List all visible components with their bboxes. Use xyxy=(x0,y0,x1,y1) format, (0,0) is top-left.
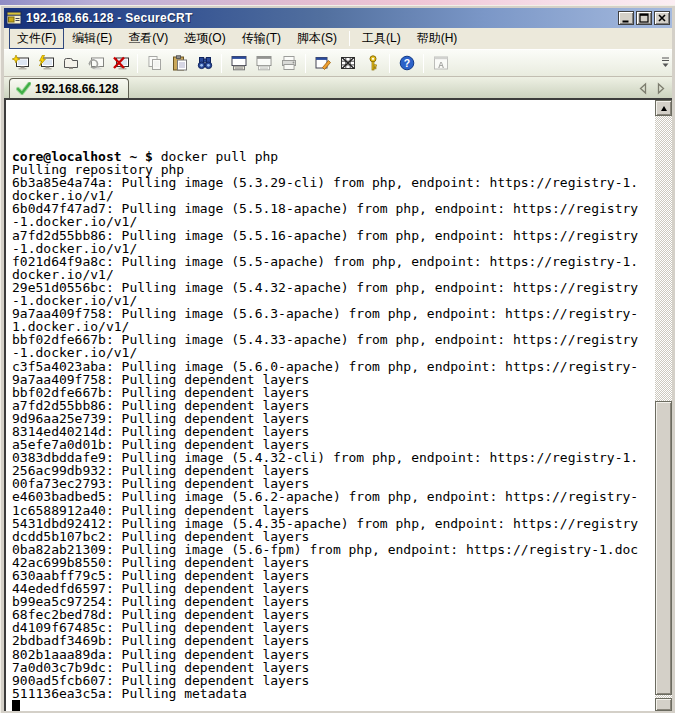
terminal-cursor-line xyxy=(12,700,652,711)
minimize-button[interactable] xyxy=(618,11,634,25)
copy-icon xyxy=(146,55,164,71)
menu-bar: 文件(F) 编辑(E) 查看(V) 选项(O) 传输(T) 脚本(S) 工具(L… xyxy=(4,28,672,49)
menu-edit[interactable]: 编辑(E) xyxy=(64,28,120,49)
reconnect-button xyxy=(83,51,108,75)
session-options-button[interactable] xyxy=(226,51,251,75)
session-options-icon xyxy=(230,55,248,71)
toolbar-separator xyxy=(305,54,306,73)
toolbar-separator xyxy=(389,54,390,73)
ssh-key-icon xyxy=(364,55,382,71)
window-frame: 192.168.66.128 - SecureCRT 文件(F) 编辑(E) 查… xyxy=(0,5,675,713)
clone-session-button xyxy=(251,51,276,75)
terminal-line: 1c6588912a40: Pulling dependent layers xyxy=(12,504,652,517)
toolbar-overflow-icon xyxy=(661,54,670,70)
help-button[interactable]: ? xyxy=(394,51,419,75)
connect-icon xyxy=(37,55,55,71)
terminal-line: 2bdbadf3469b: Pulling dependent layers xyxy=(12,634,652,647)
terminal-line: f021d64f9a8c: Pulling image (5.5-apache)… xyxy=(12,255,652,268)
tab-scroll-left-button[interactable] xyxy=(637,81,649,96)
character-encoding-button: A xyxy=(428,51,453,75)
terminal-line: bbf02dfe667b: Pulling dependent layers xyxy=(12,386,652,399)
svg-text:?: ? xyxy=(403,57,409,69)
terminal-line: a7fd2d55bb86: Pulling dependent layers xyxy=(12,399,652,412)
print-icon xyxy=(280,55,298,71)
menu-separator xyxy=(349,31,350,46)
connect-in-tab-button[interactable] xyxy=(58,51,83,75)
terminal-line: a7fd2d55bb86: Pulling image (5.5.16-apac… xyxy=(12,229,652,242)
securecrt-app-icon xyxy=(6,11,22,26)
ssh-key-button[interactable] xyxy=(360,51,385,75)
session-tab-bar: 192.168.66.128 xyxy=(4,77,672,98)
toolbar-separator xyxy=(221,54,222,73)
print-button xyxy=(276,51,301,75)
keymap-editor-button[interactable] xyxy=(335,51,360,75)
terminal-line: 802b1aaa89da: Pulling dependent layers xyxy=(12,648,652,661)
close-button[interactable] xyxy=(654,11,670,25)
chevron-left-icon xyxy=(638,82,648,95)
terminal-line: 7a0d03c7b9dc: Pulling dependent layers xyxy=(12,661,652,674)
window-title: 192.168.66.128 - SecureCRT xyxy=(26,11,616,25)
tab-scroll-nav xyxy=(637,81,667,96)
maximize-icon xyxy=(638,12,650,24)
toolbar: ? A xyxy=(4,49,672,77)
keymap-editor-icon xyxy=(339,55,357,71)
paste-button[interactable] xyxy=(167,51,192,75)
find-button[interactable] xyxy=(192,51,217,75)
menu-view[interactable]: 查看(V) xyxy=(120,28,176,49)
session-tab-active[interactable]: 192.168.66.128 xyxy=(9,78,129,98)
terminal-line: -1.docker.io/v1/ xyxy=(12,242,652,255)
terminal-line: -1.docker.io/v1/ xyxy=(12,215,652,228)
close-icon xyxy=(656,12,668,24)
terminal-area[interactable]: core@localhost ~ $ docker pull php Pulli… xyxy=(4,98,672,711)
terminal-line: docker.io/v1/ xyxy=(12,268,652,281)
character-encoding-icon: A xyxy=(432,55,450,71)
find-icon xyxy=(196,55,214,71)
paste-icon xyxy=(171,55,189,71)
minimize-icon xyxy=(620,12,632,24)
menu-script[interactable]: 脚本(S) xyxy=(289,28,345,49)
terminal-output[interactable]: core@localhost ~ $ docker pull php Pulli… xyxy=(6,100,652,711)
disconnect-button[interactable] xyxy=(108,51,133,75)
vertical-scrollbar[interactable] xyxy=(655,100,672,711)
title-bar[interactable]: 192.168.66.128 - SecureCRT xyxy=(4,8,672,28)
disconnect-icon xyxy=(112,55,130,71)
menu-file[interactable]: 文件(F) xyxy=(9,28,64,49)
connect-button[interactable] xyxy=(33,51,58,75)
arrow-up-icon xyxy=(661,106,667,111)
terminal-line: 5431dbd92412: Pulling image (5.4.35-apac… xyxy=(12,517,652,530)
terminal-line: 511136ea3c5a: Pulling metadata xyxy=(12,687,652,700)
scrollbar-thumb[interactable] xyxy=(655,401,672,695)
terminal-lines: Pulling repository php6b3a85e4a74a: Pull… xyxy=(12,163,652,700)
tab-scroll-right-button[interactable] xyxy=(655,81,667,96)
menu-options[interactable]: 选项(O) xyxy=(176,28,233,49)
menu-help[interactable]: 帮助(H) xyxy=(409,28,466,49)
svg-text:A: A xyxy=(437,60,443,70)
connect-in-tab-icon xyxy=(62,55,80,71)
session-tab-label: 192.168.66.128 xyxy=(35,82,118,96)
reconnect-icon xyxy=(87,55,105,71)
help-icon: ? xyxy=(398,55,416,71)
terminal-line: e4603badbed5: Pulling image (5.6.2-apach… xyxy=(12,490,652,503)
quick-connect-icon xyxy=(12,55,30,71)
terminal-line: 9a7aa409f758: Pulling dependent layers xyxy=(12,373,652,386)
toolbar-separator xyxy=(137,54,138,73)
menu-transfer[interactable]: 传输(T) xyxy=(234,28,289,49)
terminal-line: 0ba82ab21309: Pulling image (5.6-fpm) fr… xyxy=(12,543,652,556)
properties-button[interactable] xyxy=(310,51,335,75)
scroll-up-button[interactable] xyxy=(655,100,672,116)
toolbar-separator xyxy=(423,54,424,73)
copy-button xyxy=(142,51,167,75)
toolbar-overflow-button[interactable] xyxy=(661,54,670,74)
quick-connect-button[interactable] xyxy=(8,51,33,75)
properties-icon xyxy=(314,55,332,71)
connected-check-icon xyxy=(16,82,31,95)
securecrt-window: 192.168.66.128 - SecureCRT 文件(F) 编辑(E) 查… xyxy=(0,0,675,713)
terminal-line: c3f5a4023aba: Pulling image (5.6.0-apach… xyxy=(12,360,652,373)
clone-session-icon xyxy=(255,55,273,71)
maximize-button[interactable] xyxy=(636,11,652,25)
terminal-cursor xyxy=(12,700,20,711)
scroll-down-button[interactable] xyxy=(655,698,672,711)
menu-tools[interactable]: 工具(L) xyxy=(354,28,409,49)
terminal-line: -1.docker.io/v1/ xyxy=(12,346,652,359)
terminal-line: 9d96aa25e739: Pulling dependent layers xyxy=(12,412,652,425)
